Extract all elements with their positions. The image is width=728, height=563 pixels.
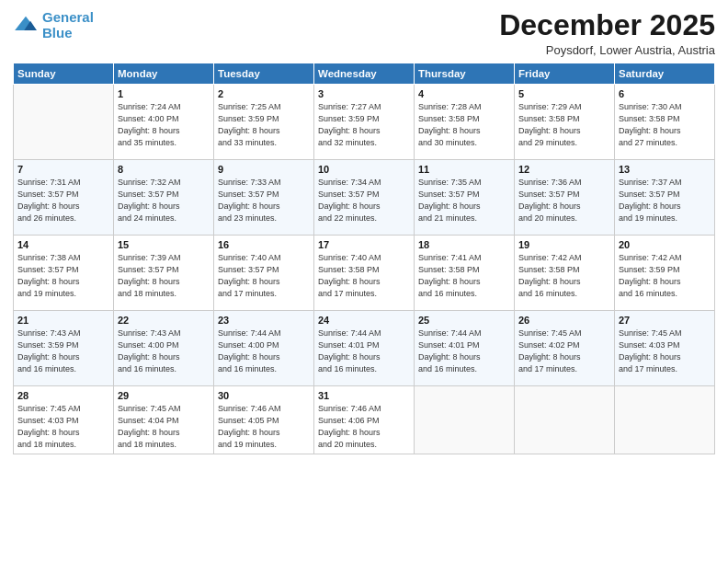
page-container: General Blue December 2025 Poysdorf, Low… <box>0 0 728 462</box>
day-info: Sunrise: 7:24 AM Sunset: 4:00 PM Dayligh… <box>118 101 210 149</box>
day-info: Sunrise: 7:42 AM Sunset: 3:59 PM Dayligh… <box>619 252 711 300</box>
header-row: SundayMondayTuesdayWednesdayThursdayFrid… <box>14 63 715 85</box>
day-info: Sunrise: 7:43 AM Sunset: 4:00 PM Dayligh… <box>118 327 210 375</box>
weekday-header: Tuesday <box>214 63 314 85</box>
calendar-cell: 24Sunrise: 7:44 AM Sunset: 4:01 PM Dayli… <box>314 311 415 386</box>
calendar-cell: 1Sunrise: 7:24 AM Sunset: 4:00 PM Daylig… <box>114 85 214 160</box>
calendar-cell: 28Sunrise: 7:45 AM Sunset: 4:03 PM Dayli… <box>14 386 114 454</box>
day-info: Sunrise: 7:25 AM Sunset: 3:59 PM Dayligh… <box>218 101 310 149</box>
day-number: 28 <box>17 390 109 401</box>
calendar-cell: 7Sunrise: 7:31 AM Sunset: 3:57 PM Daylig… <box>14 160 114 236</box>
day-info: Sunrise: 7:42 AM Sunset: 3:58 PM Dayligh… <box>518 252 610 300</box>
calendar-cell: 2Sunrise: 7:25 AM Sunset: 3:59 PM Daylig… <box>214 85 314 160</box>
calendar-cell: 18Sunrise: 7:41 AM Sunset: 3:58 PM Dayli… <box>415 236 515 311</box>
day-number: 5 <box>518 88 610 99</box>
day-number: 9 <box>218 164 310 175</box>
calendar-cell: 6Sunrise: 7:30 AM Sunset: 3:58 PM Daylig… <box>615 85 715 160</box>
day-info: Sunrise: 7:40 AM Sunset: 3:57 PM Dayligh… <box>218 252 310 300</box>
day-info: Sunrise: 7:29 AM Sunset: 3:58 PM Dayligh… <box>518 101 610 149</box>
day-info: Sunrise: 7:41 AM Sunset: 3:58 PM Dayligh… <box>418 252 510 300</box>
day-number: 17 <box>318 239 410 250</box>
calendar-cell: 14Sunrise: 7:38 AM Sunset: 3:57 PM Dayli… <box>14 236 114 311</box>
calendar-cell: 21Sunrise: 7:43 AM Sunset: 3:59 PM Dayli… <box>14 311 114 386</box>
weekday-header: Thursday <box>415 63 515 85</box>
title-block: December 2025 Poysdorf, Lower Austria, A… <box>499 9 715 57</box>
day-number: 24 <box>318 315 410 326</box>
day-number: 25 <box>418 315 510 326</box>
day-info: Sunrise: 7:35 AM Sunset: 3:57 PM Dayligh… <box>418 177 510 224</box>
calendar-cell <box>415 386 515 454</box>
logo: General Blue <box>13 9 94 41</box>
day-number: 18 <box>418 239 510 250</box>
day-info: Sunrise: 7:38 AM Sunset: 3:57 PM Dayligh… <box>17 252 109 300</box>
day-info: Sunrise: 7:30 AM Sunset: 3:58 PM Dayligh… <box>619 101 711 149</box>
day-info: Sunrise: 7:40 AM Sunset: 3:58 PM Dayligh… <box>318 252 410 300</box>
day-info: Sunrise: 7:33 AM Sunset: 3:57 PM Dayligh… <box>218 177 310 224</box>
day-info: Sunrise: 7:45 AM Sunset: 4:04 PM Dayligh… <box>118 403 210 451</box>
calendar-week-row: 7Sunrise: 7:31 AM Sunset: 3:57 PM Daylig… <box>14 160 715 236</box>
calendar-cell: 9Sunrise: 7:33 AM Sunset: 3:57 PM Daylig… <box>214 160 314 236</box>
calendar-week-row: 21Sunrise: 7:43 AM Sunset: 3:59 PM Dayli… <box>14 311 715 386</box>
calendar-cell: 22Sunrise: 7:43 AM Sunset: 4:00 PM Dayli… <box>114 311 214 386</box>
calendar-cell: 11Sunrise: 7:35 AM Sunset: 3:57 PM Dayli… <box>415 160 515 236</box>
day-info: Sunrise: 7:43 AM Sunset: 3:59 PM Dayligh… <box>17 327 109 375</box>
day-number: 2 <box>218 88 310 99</box>
day-number: 27 <box>619 315 711 326</box>
calendar-cell <box>515 386 615 454</box>
calendar-cell: 31Sunrise: 7:46 AM Sunset: 4:06 PM Dayli… <box>314 386 415 454</box>
calendar-cell: 3Sunrise: 7:27 AM Sunset: 3:59 PM Daylig… <box>314 85 415 160</box>
day-number: 7 <box>17 164 109 175</box>
weekday-header: Wednesday <box>314 63 415 85</box>
calendar-cell: 23Sunrise: 7:44 AM Sunset: 4:00 PM Dayli… <box>214 311 314 386</box>
day-number: 12 <box>518 164 610 175</box>
calendar-cell: 30Sunrise: 7:46 AM Sunset: 4:05 PM Dayli… <box>214 386 314 454</box>
month-title: December 2025 <box>499 9 715 41</box>
calendar-cell: 25Sunrise: 7:44 AM Sunset: 4:01 PM Dayli… <box>415 311 515 386</box>
day-info: Sunrise: 7:36 AM Sunset: 3:57 PM Dayligh… <box>518 177 610 224</box>
day-number: 22 <box>118 315 210 326</box>
logo-icon <box>13 15 39 35</box>
day-info: Sunrise: 7:44 AM Sunset: 4:00 PM Dayligh… <box>218 327 310 375</box>
calendar-cell: 29Sunrise: 7:45 AM Sunset: 4:04 PM Dayli… <box>114 386 214 454</box>
weekday-header: Monday <box>114 63 214 85</box>
day-info: Sunrise: 7:31 AM Sunset: 3:57 PM Dayligh… <box>17 177 109 224</box>
day-info: Sunrise: 7:28 AM Sunset: 3:58 PM Dayligh… <box>418 101 510 149</box>
day-info: Sunrise: 7:27 AM Sunset: 3:59 PM Dayligh… <box>318 101 410 149</box>
day-info: Sunrise: 7:39 AM Sunset: 3:57 PM Dayligh… <box>118 252 210 300</box>
day-number: 4 <box>418 88 510 99</box>
weekday-header: Sunday <box>14 63 114 85</box>
day-number: 19 <box>518 239 610 250</box>
calendar-week-row: 14Sunrise: 7:38 AM Sunset: 3:57 PM Dayli… <box>14 236 715 311</box>
calendar-cell: 4Sunrise: 7:28 AM Sunset: 3:58 PM Daylig… <box>415 85 515 160</box>
calendar-table: SundayMondayTuesdayWednesdayThursdayFrid… <box>13 63 715 454</box>
day-info: Sunrise: 7:46 AM Sunset: 4:06 PM Dayligh… <box>318 403 410 451</box>
day-number: 15 <box>118 239 210 250</box>
calendar-cell: 10Sunrise: 7:34 AM Sunset: 3:57 PM Dayli… <box>314 160 415 236</box>
calendar-cell: 17Sunrise: 7:40 AM Sunset: 3:58 PM Dayli… <box>314 236 415 311</box>
day-number: 8 <box>118 164 210 175</box>
day-info: Sunrise: 7:45 AM Sunset: 4:03 PM Dayligh… <box>17 403 109 451</box>
day-number: 3 <box>318 88 410 99</box>
calendar-cell: 16Sunrise: 7:40 AM Sunset: 3:57 PM Dayli… <box>214 236 314 311</box>
day-info: Sunrise: 7:32 AM Sunset: 3:57 PM Dayligh… <box>118 177 210 224</box>
day-number: 6 <box>619 88 711 99</box>
calendar-cell <box>14 85 114 160</box>
calendar-week-row: 28Sunrise: 7:45 AM Sunset: 4:03 PM Dayli… <box>14 386 715 454</box>
day-number: 11 <box>418 164 510 175</box>
day-number: 31 <box>318 390 410 401</box>
day-info: Sunrise: 7:45 AM Sunset: 4:02 PM Dayligh… <box>518 327 610 375</box>
day-info: Sunrise: 7:44 AM Sunset: 4:01 PM Dayligh… <box>318 327 410 375</box>
day-number: 20 <box>619 239 711 250</box>
day-number: 21 <box>17 315 109 326</box>
logo-line1: General <box>42 9 94 25</box>
calendar-cell: 15Sunrise: 7:39 AM Sunset: 3:57 PM Dayli… <box>114 236 214 311</box>
weekday-header: Saturday <box>615 63 715 85</box>
day-info: Sunrise: 7:34 AM Sunset: 3:57 PM Dayligh… <box>318 177 410 224</box>
day-number: 30 <box>218 390 310 401</box>
calendar-cell: 27Sunrise: 7:45 AM Sunset: 4:03 PM Dayli… <box>615 311 715 386</box>
logo-line2: Blue <box>42 25 73 40</box>
logo-text: General Blue <box>42 9 94 41</box>
calendar-cell: 13Sunrise: 7:37 AM Sunset: 3:57 PM Dayli… <box>615 160 715 236</box>
day-info: Sunrise: 7:44 AM Sunset: 4:01 PM Dayligh… <box>418 327 510 375</box>
weekday-header: Friday <box>515 63 615 85</box>
